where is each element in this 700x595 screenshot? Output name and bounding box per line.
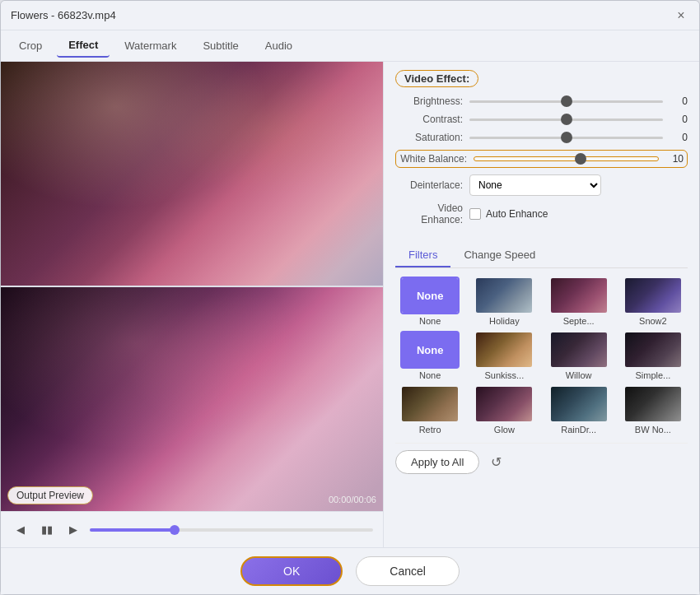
- progress-thumb[interactable]: [170, 525, 180, 535]
- close-button[interactable]: ×: [673, 7, 689, 24]
- brightness-value: 0: [663, 95, 688, 107]
- filter-thumb-raindr: [549, 385, 609, 423]
- saturation-row: Saturation: 0: [395, 132, 688, 143]
- deinterlace-select[interactable]: None Bob Blend Yadif: [469, 174, 601, 196]
- video-bg-top-img: [1, 62, 383, 286]
- contrast-row: Contrast: 0: [395, 114, 688, 125]
- left-panel: Output Preview 00:00/00:06 ◀ ▮▮ ▶: [1, 62, 384, 547]
- next-frame-button[interactable]: ▶: [63, 520, 83, 540]
- filter-none2-label: None: [402, 332, 458, 367]
- filter-thumb-simple: [623, 331, 683, 369]
- filter-raindr[interactable]: RainDr...: [544, 385, 614, 435]
- filter-img-raindr: [551, 387, 607, 421]
- footer-buttons: OK Cancel: [1, 547, 699, 594]
- video-bg-bottom-img: [1, 287, 383, 511]
- filters-section: Filters Change Speed None None: [395, 244, 688, 474]
- contrast-thumb[interactable]: [561, 114, 572, 125]
- main-window: Flowers - 66823v.mp4 × Crop Effect Water…: [0, 0, 700, 595]
- video-effect-title: Video Effect:: [395, 70, 478, 87]
- filter-glow[interactable]: Glow: [469, 385, 539, 435]
- saturation-value: 0: [663, 132, 688, 143]
- tab-change-speed[interactable]: Change Speed: [450, 244, 548, 267]
- apply-to-all-button[interactable]: Apply to All: [395, 450, 479, 474]
- tab-filters[interactable]: Filters: [395, 244, 450, 267]
- filter-thumb-none2: None: [400, 331, 460, 369]
- auto-enhance-label: Auto Enhance: [486, 208, 548, 220]
- progress-bar[interactable]: [90, 528, 373, 532]
- filter-name-none2: None: [419, 370, 441, 380]
- filter-snow2[interactable]: Snow2: [618, 277, 688, 326]
- filter-thumb-holiday: [474, 277, 534, 314]
- filter-img-simple: [625, 332, 681, 367]
- filter-name-septe: Septe...: [563, 316, 595, 326]
- filter-name-simple: Simple...: [635, 370, 670, 380]
- saturation-thumb[interactable]: [561, 132, 572, 143]
- tab-effect[interactable]: Effect: [57, 34, 110, 58]
- filter-name-holiday: Holiday: [489, 316, 520, 326]
- brightness-thumb[interactable]: [561, 95, 572, 107]
- white-balance-slider[interactable]: [474, 156, 659, 161]
- video-preview-bottom: Output Preview 00:00/00:06: [1, 287, 383, 511]
- contrast-slider[interactable]: [469, 119, 663, 121]
- white-balance-thumb[interactable]: [575, 153, 586, 165]
- filter-willow[interactable]: Willow: [544, 331, 614, 380]
- ok-button[interactable]: OK: [240, 556, 343, 586]
- filter-thumb-snow2: [623, 277, 683, 314]
- tab-bar: Crop Effect Watermark Subtitle Audio: [1, 30, 699, 62]
- saturation-slider[interactable]: [469, 137, 663, 139]
- progress-fill: [90, 528, 175, 532]
- contrast-value: 0: [663, 114, 688, 125]
- window-title: Flowers - 66823v.mp4: [11, 9, 116, 21]
- saturation-label: Saturation:: [395, 132, 469, 143]
- video-enhance-row: Video Enhance: Auto Enhance: [395, 202, 688, 225]
- filter-bwno[interactable]: BW No...: [618, 385, 688, 435]
- filter-name-bwno: BW No...: [635, 425, 671, 435]
- filter-name-snow2: Snow2: [639, 316, 667, 326]
- filter-name-raindr: RainDr...: [561, 425, 596, 435]
- brightness-label: Brightness:: [395, 95, 469, 107]
- prev-frame-button[interactable]: ◀: [11, 520, 30, 540]
- filter-retro[interactable]: Retro: [395, 385, 464, 435]
- filter-holiday[interactable]: Holiday: [469, 277, 539, 326]
- filter-simple[interactable]: Simple...: [618, 331, 688, 380]
- filter-septe[interactable]: Septe...: [544, 277, 614, 326]
- filter-thumb-bwno: [623, 385, 683, 423]
- output-preview-label: Output Preview: [7, 486, 93, 504]
- video-enhance-label: Video Enhance:: [395, 202, 469, 225]
- white-balance-row: White Balance: 10: [395, 150, 688, 168]
- white-balance-value: 10: [659, 153, 684, 165]
- video-preview-top: [1, 62, 383, 286]
- deinterlace-row: Deinterlace: None Bob Blend Yadif: [395, 174, 688, 196]
- filter-none2[interactable]: None None: [395, 331, 464, 380]
- filters-tab-bar: Filters Change Speed: [395, 244, 688, 268]
- filter-img-sunkiss: [476, 332, 532, 367]
- filters-grid: None None Holiday Septe..: [395, 277, 688, 435]
- filter-img-holiday: [476, 278, 532, 313]
- refresh-button[interactable]: ↺: [484, 451, 507, 474]
- filter-name-glow: Glow: [494, 425, 515, 435]
- filter-thumb-septe: [549, 277, 609, 314]
- filter-thumb-none1: None: [400, 277, 460, 314]
- timestamp-label: 00:00/00:06: [329, 495, 376, 504]
- tab-watermark[interactable]: Watermark: [113, 35, 188, 57]
- title-bar: Flowers - 66823v.mp4 ×: [1, 1, 699, 30]
- right-panel: Video Effect: Brightness: 0 Contrast: 0: [384, 62, 699, 547]
- auto-enhance-checkbox[interactable]: [469, 208, 481, 220]
- filter-thumb-sunkiss: [474, 331, 534, 369]
- tab-subtitle[interactable]: Subtitle: [191, 35, 250, 57]
- brightness-slider[interactable]: [469, 100, 663, 103]
- filter-img-septe: [551, 278, 607, 313]
- deinterlace-label: Deinterlace:: [395, 179, 469, 191]
- filter-img-glow: [476, 387, 532, 421]
- filter-img-retro: [402, 387, 458, 421]
- contrast-label: Contrast:: [395, 114, 469, 125]
- filter-none1[interactable]: None None: [395, 277, 464, 326]
- tab-crop[interactable]: Crop: [7, 35, 54, 57]
- white-balance-label: White Balance:: [399, 153, 474, 165]
- filter-name-sunkiss: Sunkiss...: [485, 370, 525, 380]
- filter-sunkiss[interactable]: Sunkiss...: [469, 331, 539, 380]
- filter-thumb-willow: [549, 331, 609, 369]
- cancel-button[interactable]: Cancel: [356, 556, 460, 586]
- pause-button[interactable]: ▮▮: [37, 520, 57, 540]
- tab-audio[interactable]: Audio: [254, 35, 304, 57]
